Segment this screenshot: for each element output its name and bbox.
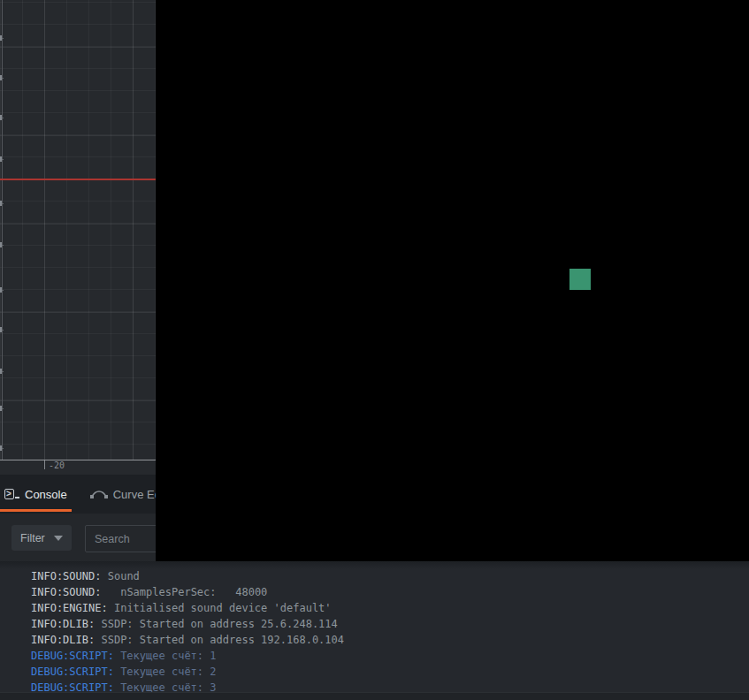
log-message: SSDP: Started on address 192.168.0.104 bbox=[95, 634, 344, 646]
log-line: INFO:SOUND: Sound bbox=[31, 568, 749, 584]
y-axis-label-fragment bbox=[0, 287, 2, 293]
filter-dropdown[interactable]: Filter bbox=[11, 525, 72, 551]
player-square bbox=[569, 269, 591, 290]
log-line: INFO:DLIB: SSDP: Started on address 192.… bbox=[31, 632, 749, 648]
y-axis-label-fragment bbox=[0, 75, 2, 80]
log-prefix: INFO:DLIB: bbox=[31, 618, 95, 630]
tab-console-label: Console bbox=[25, 488, 67, 501]
terminal-icon: > bbox=[4, 488, 19, 500]
y-axis-label-fragment bbox=[0, 406, 2, 411]
log-prefix: INFO:ENGINE: bbox=[31, 602, 108, 614]
log-message: SSDP: Started on address 25.6.248.114 bbox=[95, 618, 338, 630]
log-prefix: INFO:SOUND: bbox=[31, 586, 101, 598]
y-axis-label-fragment bbox=[0, 201, 2, 206]
y-axis-label-fragment bbox=[0, 369, 2, 374]
y-axis-label-fragment bbox=[0, 327, 2, 332]
log-line: INFO:SOUND: nSamplesPerSec: 48000 bbox=[31, 584, 749, 600]
console-output[interactable]: INFO:SOUND: Sound INFO:SOUND: nSamplesPe… bbox=[0, 561, 749, 700]
y-axis bbox=[2, 0, 3, 460]
curve-icon bbox=[90, 488, 108, 500]
log-line: INFO:ENGINE: Initialised sound device 'd… bbox=[31, 600, 749, 616]
log-line: DEBUG:SCRIPT: Текущее счёт: 1 bbox=[31, 648, 749, 664]
log-line: DEBUG:SCRIPT: Текущее счёт: 3 bbox=[31, 680, 749, 696]
editor-window: -20 > Console Curve Editor Filter bbox=[0, 0, 749, 700]
chevron-down-icon bbox=[54, 536, 63, 541]
x-axis-tick-label: -20 bbox=[49, 460, 65, 470]
filter-dropdown-label: Filter bbox=[20, 532, 45, 544]
log-line: DEBUG:SCRIPT: Текущее счёт: 2 bbox=[31, 664, 749, 680]
y-axis-label-fragment bbox=[0, 35, 2, 41]
log-message: Текущее счёт: 1 bbox=[114, 650, 217, 662]
y-axis-label-fragment bbox=[0, 115, 2, 120]
log-message: Текущее счёт: 3 bbox=[114, 681, 217, 694]
log-message: Sound bbox=[101, 570, 139, 582]
game-viewport[interactable] bbox=[156, 0, 749, 561]
y-axis-label-fragment bbox=[0, 156, 2, 162]
log-prefix: DEBUG:SCRIPT: bbox=[31, 650, 114, 662]
log-message: Текущее счёт: 2 bbox=[114, 666, 217, 678]
x-axis-tick bbox=[44, 460, 45, 469]
log-prefix: INFO:SOUND: bbox=[31, 570, 101, 582]
y-axis-label-fragment bbox=[0, 445, 2, 451]
log-prefix: INFO:DLIB: bbox=[31, 634, 95, 646]
log-message: nSamplesPerSec: 48000 bbox=[101, 586, 267, 598]
log-prefix: DEBUG:SCRIPT: bbox=[31, 681, 114, 694]
y-axis-label-fragment bbox=[0, 242, 2, 247]
log-line: INFO:DLIB: SSDP: Started on address 25.6… bbox=[31, 616, 749, 632]
log-prefix: DEBUG:SCRIPT: bbox=[31, 666, 114, 678]
log-message: Initialised sound device 'default' bbox=[108, 602, 332, 614]
tab-console[interactable]: > Console bbox=[0, 475, 72, 514]
